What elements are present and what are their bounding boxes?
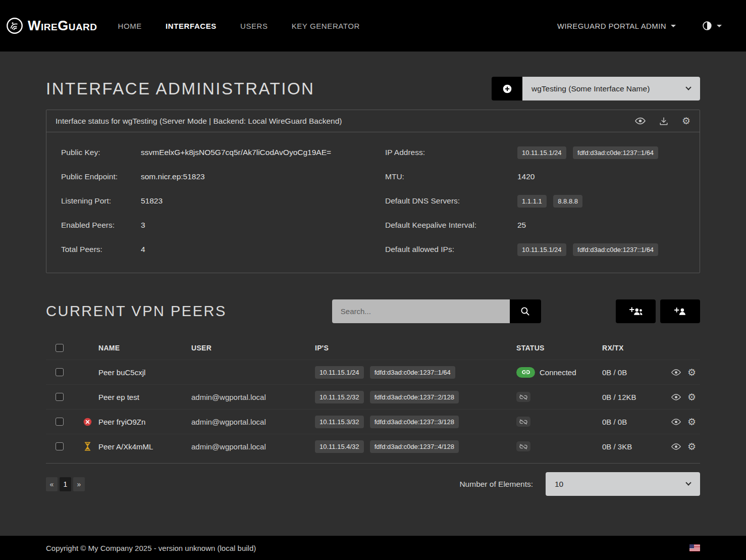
peers-section-title: CURRENT VPN PEERS [46,303,227,320]
peer-user: admin@wgportal.local [191,418,315,426]
gear-icon[interactable]: ⚙ [687,442,696,451]
column-header-name[interactable]: NAME [98,344,191,352]
peer-name[interactable]: Peer buC5cxjl [98,368,191,377]
peer-name[interactable]: Peer fryiO9Zn [98,418,191,426]
search-icon [520,307,530,316]
ip-badge: 10.11.15.1/24 [517,243,566,256]
peer-name[interactable]: Peer A/Xk4mML [98,442,191,451]
status-label: Connected [540,368,576,377]
peer-rxtx: 0B / 3KB [602,442,671,451]
peer-expiring-hourglass-icon [84,442,91,451]
eye-icon[interactable] [671,443,681,450]
ip-badge: 10.11.15.1/24 [517,146,566,159]
chevron-down-icon [685,480,691,485]
brand-wordmark: WireGuard [28,18,97,34]
ip-badge: fdfd:d3ad:c0de:1237::1/64 [573,146,658,159]
eye-icon[interactable] [671,369,681,376]
peer-rxtx: 0B / 12KB [602,393,671,401]
peer-ip-badge: fdfd:d3ad:c0de:1237::3/128 [370,416,459,428]
gear-icon[interactable]: ⚙ [687,368,696,377]
peer-ip-badge: fdfd:d3ad:c0de:1237::2/128 [370,391,459,403]
eye-icon[interactable] [671,419,681,425]
add-user-icon [674,307,687,316]
peer-ip-badge: fdfd:d3ad:c0de:1237::4/128 [370,440,459,453]
chevron-down-icon [685,84,691,90]
footer: Copyright © My Company 2025 - version un… [0,536,746,560]
eye-icon[interactable] [635,117,646,125]
chevron-down-icon [671,25,676,27]
row-checkbox[interactable] [56,442,64,450]
pagination-prev-button[interactable]: « [46,477,58,491]
page-title: INTERFACE ADMINISTRATION [46,79,314,98]
disconnected-link-slash-icon [516,441,530,451]
table-row: Peer fryiO9Zn admin@wgportal.local 10.11… [46,409,700,434]
nav-item-users[interactable]: USERS [240,22,268,30]
interface-select-value: wgTesting (Some Interface Name) [531,84,650,93]
peer-user: admin@wgportal.local [191,442,315,451]
status-card-title: Interface status for wgTesting (Server M… [56,117,342,126]
chevron-down-icon [717,25,722,27]
status-field-enabled-peers: Enabled Peers: 3 [61,213,373,237]
column-header-ips[interactable]: IP'S [315,344,516,352]
interface-status-card: Interface status for wgTesting (Server M… [46,110,700,273]
row-checkbox[interactable] [56,418,64,426]
status-field-listening-port: Listening Port: 51823 [61,189,373,213]
peer-name[interactable]: Peer ep test [98,393,191,401]
peers-table-header: NAME USER IP'S STATUS RX/TX [46,336,700,360]
peer-ip-badge: fdfd:d3ad:c0de:1237::1/64 [370,366,455,379]
gear-icon[interactable]: ⚙ [687,392,696,402]
row-checkbox[interactable] [56,393,64,401]
add-multiple-peers-button[interactable] [616,299,656,323]
dns-badge: 8.8.8.8 [553,195,582,208]
nav-item-interfaces[interactable]: INTERFACES [166,22,217,30]
add-peer-button[interactable] [660,299,700,323]
dns-badge: 1.1.1.1 [517,195,547,208]
elements-count-select[interactable]: 10 [546,472,700,496]
column-header-status[interactable]: STATUS [516,344,602,352]
wireguard-brand[interactable]: WireGuard [6,17,97,34]
eye-icon[interactable] [671,394,681,400]
column-header-user[interactable]: USER [191,344,315,352]
search-input[interactable] [332,299,510,323]
status-field-keepalive: Default Keepalive Interval: 25 [385,213,700,237]
admin-account-label: WIREGUARD PORTAL ADMIN [557,22,666,30]
add-interface-button[interactable] [492,77,522,100]
peers-table: NAME USER IP'S STATUS RX/TX Peer buC5cxj… [46,336,700,464]
peer-ip-badge: 10.11.15.3/32 [315,416,364,428]
status-field-public-endpoint: Public Endpoint: som.nicr.ep:51823 [61,165,373,189]
column-header-rxtx[interactable]: RX/TX [602,344,671,352]
search-button[interactable] [510,299,541,323]
table-row: Peer A/Xk4mML admin@wgportal.local 10.11… [46,434,700,459]
status-field-mtu: MTU: 1420 [385,165,700,189]
status-field-allowed-ips: Default allowed IPs: 10.11.15.1/24 fdfd:… [385,237,700,262]
row-checkbox[interactable] [56,368,64,376]
interface-select[interactable]: wgTesting (Some Interface Name) [522,77,700,100]
main-nav: HOME INTERFACES USERS KEY GENERATOR [118,22,360,30]
pagination-next-button[interactable]: » [73,477,85,491]
us-flag-language-icon[interactable] [689,544,700,551]
plus-circle-icon [502,84,512,94]
pagination-page-1[interactable]: 1 [60,477,71,491]
disconnected-link-slash-icon [516,392,530,402]
nav-item-home[interactable]: HOME [118,22,142,30]
status-field-ip-address: IP Address: 10.11.15.1/24 fdfd:d3ad:c0de… [385,140,700,165]
select-all-checkbox[interactable] [56,344,64,352]
table-row: Peer buC5cxjl 10.11.15.1/24 fdfd:d3ad:c0… [46,360,700,384]
elements-count-value: 10 [555,480,563,489]
peer-user: admin@wgportal.local [191,393,315,401]
theme-toggle-dropdown[interactable] [702,21,722,31]
gear-icon[interactable]: ⚙ [687,417,696,427]
peer-rxtx: 0B / 0B [602,418,671,426]
download-icon[interactable] [659,117,668,126]
peer-ip-badge: 10.11.15.2/32 [315,391,364,403]
peer-deactivated-icon [83,418,92,426]
peer-rxtx: 0B / 0B [602,368,671,377]
elements-count-label: Number of Elements: [459,480,533,489]
status-field-public-key: Public Key: ssvmEelxG+k8jsNO5G7cq5r/Ak7l… [61,140,373,165]
nav-item-key-generator[interactable]: KEY GENERATOR [292,22,360,30]
admin-account-dropdown[interactable]: WIREGUARD PORTAL ADMIN [557,22,676,30]
ip-badge: fdfd:d3ad:c0de:1237::1/64 [573,243,658,256]
gear-icon[interactable]: ⚙ [682,116,690,126]
disconnected-link-slash-icon [516,417,530,427]
connected-link-icon [516,367,535,378]
